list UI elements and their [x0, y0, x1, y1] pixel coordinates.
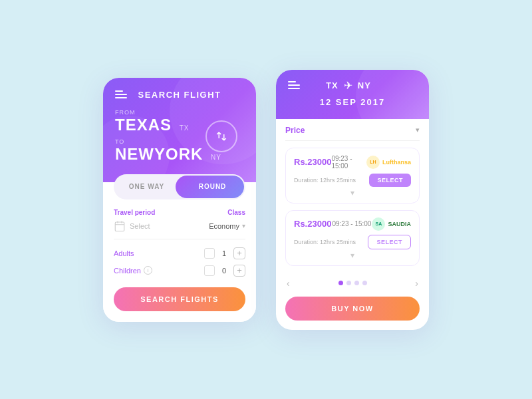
form-labels: Travel period Class [114, 209, 245, 216]
flight-time-1: 09:23 - 15:00 [331, 155, 366, 170]
flight-card-2: Rs.23000 09:23 - 15:00 SA SAUDIA Duratio… [285, 210, 420, 266]
flight-price-2: Rs.23000 [294, 219, 331, 229]
svg-rect-0 [115, 222, 124, 231]
select-btn-2[interactable]: SELECT [368, 235, 411, 249]
menu-icon[interactable] [115, 90, 127, 98]
flight-date: 12 SEP 2017 [288, 97, 417, 107]
route-from: TX [326, 80, 338, 90]
date-select-row: Select Economy ▾ [114, 220, 245, 239]
children-row: Children i 0 + [114, 265, 245, 277]
flight-duration-1: Duration: 12hrs 25mins [294, 177, 356, 184]
one-way-btn[interactable]: ONE WAY [114, 183, 180, 190]
expand-row-2[interactable]: ▾ [294, 251, 411, 260]
right-header: TX ✈ NY 12 SEP 2017 [276, 70, 429, 119]
next-arrow[interactable]: › [415, 278, 418, 289]
pagination-row: ‹ › [285, 273, 420, 291]
round-btn[interactable]: ROUND [180, 183, 245, 190]
dot-4[interactable] [362, 281, 367, 285]
date-select-text[interactable]: Select [130, 222, 209, 230]
adults-checkbox[interactable] [204, 248, 215, 259]
plane-icon: ✈ [344, 79, 352, 92]
left-header: SEARCH FLIGHT From TEXAS TX To NEWYORK N… [103, 78, 256, 182]
prev-arrow[interactable]: ‹ [287, 278, 290, 289]
flight-duration-2: Duration: 12hrs 25mins [294, 239, 356, 245]
from-label: From [115, 109, 244, 116]
dot-2[interactable] [346, 281, 351, 285]
header-title: SEARCH FLIGHT [138, 90, 221, 100]
pagination-dots [338, 281, 367, 285]
flight-time-2: 09:23 - 15:00 [332, 220, 371, 227]
flight-price-1: Rs.23000 [294, 157, 331, 167]
card-body: ONE WAY ROUND Travel period Class Select… [103, 174, 256, 322]
right-header-top: TX ✈ NY [288, 79, 417, 92]
expand-row-1[interactable]: ▾ [294, 188, 411, 198]
buy-now-button[interactable]: BUY NOW [285, 297, 420, 321]
lh-circle: LH [366, 156, 380, 169]
class-chevron: ▾ [242, 222, 245, 229]
trip-type-toggle[interactable]: ONE WAY ROUND [114, 174, 245, 200]
filter-label: Price [285, 126, 305, 135]
airline-logo-2: SA SAUDIA [372, 217, 411, 231]
children-plus[interactable]: + [233, 265, 245, 277]
flight-bottom-2: Duration: 12hrs 25mins SELECT [294, 235, 411, 249]
adults-count: 1 [220, 249, 228, 257]
adults-plus[interactable]: + [233, 247, 245, 259]
children-count: 0 [220, 267, 228, 275]
flight-top-2: Rs.23000 09:23 - 15:00 SA SAUDIA [294, 217, 411, 231]
flight-top-1: Rs.23000 09:23 - 15:00 LH Lufthansa [294, 155, 411, 170]
dot-1[interactable] [338, 281, 343, 285]
info-icon: i [144, 266, 152, 275]
select-btn-1[interactable]: SELECT [369, 174, 411, 187]
route-to: NY [358, 80, 371, 90]
adults-row: Adults 1 + [114, 247, 245, 259]
children-controls: 0 + [204, 265, 245, 277]
right-card: TX ✈ NY 12 SEP 2017 Price ▾ Rs.23000 09:… [276, 70, 429, 330]
children-checkbox[interactable] [204, 265, 215, 276]
sa-circle: SA [372, 217, 385, 231]
flight-card-1: Rs.23000 09:23 - 15:00 LH Lufthansa Dura… [285, 148, 420, 203]
header-top: SEARCH FLIGHT [115, 90, 244, 100]
right-menu-icon[interactable] [288, 81, 300, 89]
class-select[interactable]: Economy ▾ [209, 222, 245, 230]
filter-chevron-icon: ▾ [416, 126, 420, 134]
adults-label: Adults [114, 249, 134, 257]
airline-logo-1: LH Lufthansa [366, 156, 411, 169]
dot-3[interactable] [354, 281, 359, 285]
adults-controls: 1 + [204, 247, 245, 259]
class-label: Class [227, 209, 245, 216]
search-flights-button[interactable]: SEARCH FLIGHTS [114, 287, 245, 311]
filter-row[interactable]: Price ▾ [285, 119, 420, 141]
route-display: TX ✈ NY [326, 79, 371, 92]
left-card: SEARCH FLIGHT From TEXAS TX To NEWYORK N… [103, 78, 256, 322]
right-body: Price ▾ Rs.23000 09:23 - 15:00 LH Luftha… [276, 119, 429, 330]
flight-bottom-1: Duration: 12hrs 25mins SELECT [294, 174, 411, 187]
travel-period-label: Travel period [114, 209, 155, 216]
calendar-icon [114, 220, 126, 232]
children-label: Children i [114, 266, 152, 275]
swap-icon [215, 130, 227, 142]
swap-button[interactable] [205, 120, 237, 152]
route-section: From TEXAS TX To NEWYORK NY [115, 109, 244, 164]
